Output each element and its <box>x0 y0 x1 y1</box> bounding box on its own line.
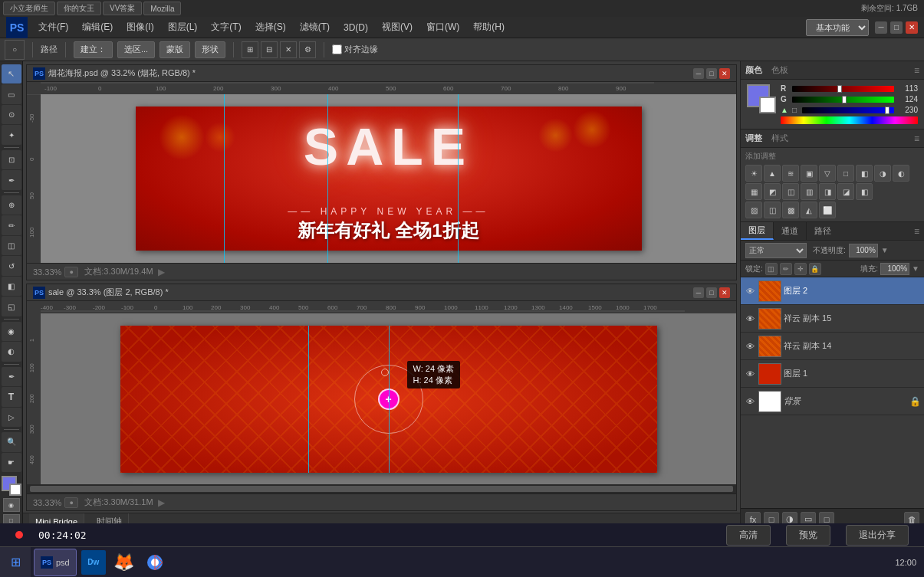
fill-input[interactable] <box>880 263 909 275</box>
tool-brush[interactable]: ✏ <box>2 215 21 234</box>
layer-eye-0[interactable]: 👁 <box>744 285 756 297</box>
browser-tab-3[interactable]: VV答案 <box>103 2 142 15</box>
tool-marquee[interactable]: ▭ <box>2 84 21 103</box>
menu-filter[interactable]: 滤镜(T) <box>294 19 336 35</box>
tool-history-brush[interactable]: ↺ <box>2 256 21 275</box>
adjust-icon-colorlookup[interactable]: ◩ <box>764 183 781 200</box>
g-slider-thumb[interactable] <box>842 96 847 103</box>
adjust-icon-vibrance[interactable]: ▽ <box>819 165 836 182</box>
ps-minimize-button[interactable]: ─ <box>875 21 887 34</box>
bottom-canvas-container[interactable]: 1 100 200 300 400 <box>27 313 736 484</box>
layer-item-1[interactable]: 👁 祥云 副本 15 <box>741 305 924 333</box>
tool-gradient[interactable]: ◱ <box>2 297 21 316</box>
taskbar-item-dw[interactable]: Dw <box>80 549 107 576</box>
top-doc-close[interactable]: ✕ <box>719 68 730 79</box>
top-doc-arrow[interactable]: ▶ <box>158 267 165 277</box>
bottom-doc-arrow[interactable]: ▶ <box>158 497 165 508</box>
lock-transparent-btn[interactable]: ◫ <box>765 263 778 275</box>
top-doc-minimize[interactable]: ─ <box>693 68 704 79</box>
browser-tab-4[interactable]: Mozilla <box>143 2 181 15</box>
bottom-doc-minimize[interactable]: ─ <box>693 287 704 298</box>
taskbar-start-btn[interactable]: ⊞ <box>0 547 31 578</box>
layer-eye-4[interactable]: 👁 <box>744 395 756 408</box>
icon-btn-3[interactable]: ✕ <box>280 41 297 58</box>
blend-mode-select[interactable]: 正常 <box>745 243 807 258</box>
r-slider-track[interactable] <box>792 86 894 92</box>
lock-image-btn[interactable]: ✏ <box>780 263 792 275</box>
lock-all-btn[interactable]: 🔒 <box>809 263 821 275</box>
menu-image[interactable]: 图像(I) <box>120 19 159 35</box>
layer-eye-3[interactable]: 👁 <box>744 368 756 380</box>
icon-btn-1[interactable]: ⊞ <box>242 41 258 58</box>
quick-mask[interactable]: ◉ <box>3 498 20 512</box>
menu-edit[interactable]: 编辑(E) <box>76 19 119 35</box>
tool-path[interactable]: ▷ <box>2 408 21 427</box>
mask-button[interactable]: 蒙版 <box>159 41 190 58</box>
styles-tab[interactable]: 样式 <box>771 133 788 144</box>
bottom-canvas[interactable]: + W: 24 像素 H: 24 像素 <box>67 313 711 484</box>
tool-eyedrop[interactable]: ✒ <box>2 170 21 189</box>
adjust-icon-bw[interactable]: ◑ <box>874 165 891 182</box>
tool-selection[interactable]: ↖ <box>2 64 21 84</box>
b-slider-track[interactable] <box>802 107 894 113</box>
channels-tab[interactable]: 通道 <box>774 222 807 240</box>
swatches-tab[interactable]: 色板 <box>771 64 788 76</box>
layers-tab-active[interactable]: 图层 <box>741 222 774 240</box>
top-doc-maximize[interactable]: □ <box>706 68 717 79</box>
bottom-canvas-scrollbar[interactable] <box>27 484 736 493</box>
tool-magic-wand[interactable]: ✦ <box>2 125 21 144</box>
menu-window[interactable]: 窗口(W) <box>420 19 465 35</box>
adjust-icon-colorbalance[interactable]: ◧ <box>856 165 873 182</box>
tool-preset-picker[interactable]: ○ <box>5 40 25 60</box>
color-panel-menu[interactable]: ≡ <box>914 65 919 76</box>
tool-lasso[interactable]: ⊙ <box>2 105 21 124</box>
adjust-icon-a4[interactable]: ◭ <box>801 202 817 218</box>
selection-button[interactable]: 选区... <box>117 41 155 58</box>
layer-item-3[interactable]: 👁 图层 1 <box>741 360 924 388</box>
shape-button[interactable]: 形状 <box>195 41 225 58</box>
taskbar-item-chrome[interactable] <box>141 549 169 576</box>
layer-item-2[interactable]: 👁 祥云 副本 14 <box>741 333 924 360</box>
align-edges-checkbox[interactable] <box>332 44 342 54</box>
adjust-icon-a1[interactable]: ▨ <box>745 202 762 218</box>
bottom-info-btn[interactable]: ● <box>64 497 78 508</box>
tool-dodge[interactable]: ◐ <box>2 342 21 361</box>
layers-panel-menu-btn[interactable]: ≡ <box>909 222 924 240</box>
hd-button[interactable]: 高清 <box>726 525 771 546</box>
adjust-icon-a3[interactable]: ▩ <box>782 202 799 218</box>
bottom-doc-maximize[interactable]: □ <box>706 287 717 298</box>
top-canvas-container[interactable]: -50 0 50 100 <box>27 94 736 263</box>
adjust-icon-photofilter[interactable]: ◐ <box>893 165 909 182</box>
color-spectrum[interactable] <box>781 116 918 124</box>
quick-mask-btn[interactable]: ◉ <box>3 498 20 512</box>
adjust-icon-threshold[interactable]: ◨ <box>819 183 836 200</box>
lock-position-btn[interactable]: ✛ <box>794 263 807 275</box>
g-slider-track[interactable] <box>792 97 894 103</box>
adjust-icon-gradient[interactable]: ◪ <box>837 183 854 200</box>
tool-zoom[interactable]: 🔍 <box>2 432 21 451</box>
menu-select[interactable]: 选择(S) <box>249 19 292 35</box>
adjust-icon-exposure[interactable]: ▣ <box>801 165 817 182</box>
menu-text[interactable]: 文字(T) <box>205 19 247 35</box>
bg-color[interactable] <box>9 484 21 496</box>
scrollbar-thumb[interactable] <box>30 486 733 492</box>
color-tab[interactable]: 颜色 <box>745 64 762 76</box>
paths-tab[interactable]: 路径 <box>807 222 839 240</box>
build-button[interactable]: 建立： <box>74 41 113 58</box>
exit-share-button[interactable]: 退出分享 <box>846 525 909 546</box>
top-canvas[interactable]: SALE —— HAPPY NEW YEAR —— 新年有好礼 全场1折起 <box>74 94 703 263</box>
tool-heal[interactable]: ⊕ <box>2 195 21 215</box>
menu-help[interactable]: 帮助(H) <box>467 19 511 35</box>
layer-eye-1[interactable]: 👁 <box>744 313 756 325</box>
tool-clone[interactable]: ◫ <box>2 236 21 255</box>
layer-item-0[interactable]: 👁 图层 2 <box>741 277 924 305</box>
adjust-icon-a2[interactable]: ◫ <box>764 202 781 218</box>
adjust-icon-selective[interactable]: ◧ <box>856 183 873 200</box>
adjust-icon-brightness[interactable]: ☀ <box>745 165 762 182</box>
menu-layer[interactable]: 图层(L) <box>162 19 204 35</box>
ps-close-button[interactable]: ✕ <box>906 21 918 34</box>
adjust-icon-channelmixer[interactable]: ▦ <box>745 183 762 200</box>
bottom-doc-close[interactable]: ✕ <box>719 287 730 298</box>
layer-item-4[interactable]: 👁 背景 🔒 <box>741 388 924 415</box>
adjust-icon-invert[interactable]: ◫ <box>782 183 799 200</box>
